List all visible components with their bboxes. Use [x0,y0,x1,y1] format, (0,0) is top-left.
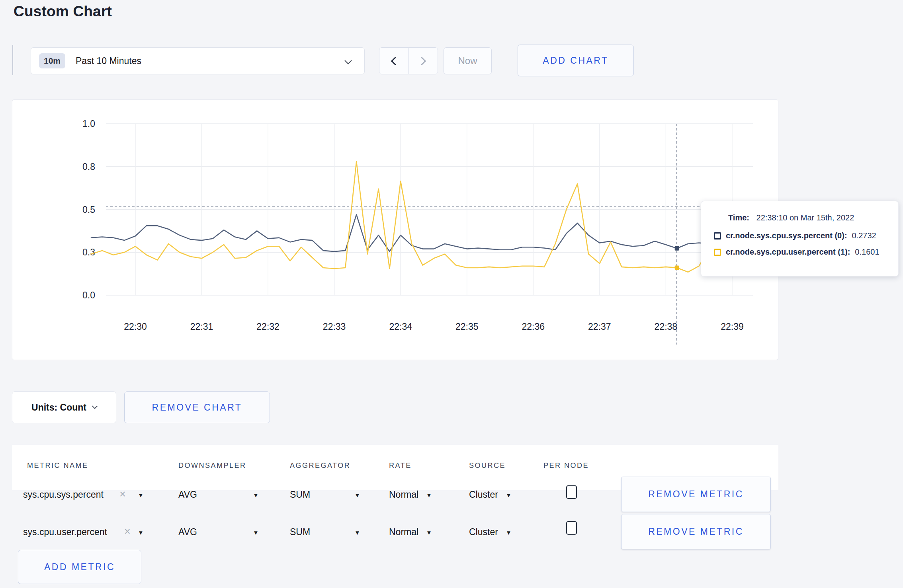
svg-text:22:32: 22:32 [256,321,280,332]
per-node-checkbox[interactable] [566,485,577,499]
svg-text:22:33: 22:33 [323,321,346,332]
next-time-button[interactable] [408,48,438,74]
downsampler-select[interactable]: AVG [178,527,197,537]
metric-row: sys.cpu.user.percent × ▼ AVG ▼ SUM ▼ Nor… [12,513,778,550]
source-caret-icon[interactable]: ▼ [506,492,512,498]
add-metric-button[interactable]: ADD METRIC [18,550,141,584]
tooltip-time-label: Time: [728,213,749,222]
source-select[interactable]: Cluster [469,527,498,537]
svg-text:22:35: 22:35 [455,321,479,332]
clear-metric-icon[interactable]: × [119,489,126,500]
tooltip-time-row: Time: 22:38:10 on Mar 15th, 2022 [728,213,898,222]
sys-series-swatch-icon [714,232,721,239]
col-header-source: SOURCE [469,461,506,470]
metric-caret-icon[interactable]: ▼ [138,492,144,498]
rate-caret-icon[interactable]: ▼ [426,492,432,498]
timeseries-chart[interactable]: 0.00.30.50.81.022:3022:3122:3222:3322:34… [12,100,779,360]
clear-metric-icon[interactable]: × [124,526,131,537]
metric-name-select[interactable]: sys.cpu.sys.percent [23,489,104,500]
svg-text:22:34: 22:34 [389,321,412,332]
rate-select[interactable]: Normal [389,489,418,500]
svg-text:0.0: 0.0 [82,290,95,300]
chart-card: 0.00.30.50.81.022:3022:3122:3222:3322:34… [12,99,778,360]
tooltip-metric-row: cr.node.sys.cpu.user.percent (1): 0.1601 [714,247,898,257]
rate-caret-icon[interactable]: ▼ [426,529,432,536]
svg-text:22:36: 22:36 [522,321,545,332]
time-nav-group [379,47,438,74]
divider [12,45,13,75]
remove-metric-button[interactable]: REMOVE METRIC [621,477,771,512]
custom-chart-page: Custom Chart 10m Past 10 Minutes Now ADD… [0,0,903,588]
user-series-swatch-icon [714,249,721,256]
svg-text:22:38: 22:38 [655,321,678,332]
metric-row: sys.cpu.sys.percent × ▼ AVG ▼ SUM ▼ Norm… [12,476,778,512]
chevron-right-icon [418,56,426,65]
source-caret-icon[interactable]: ▼ [506,529,512,536]
svg-text:0.3: 0.3 [82,247,95,257]
units-dropdown[interactable]: Units: Count [12,391,116,423]
time-range-dropdown[interactable]: 10m Past 10 Minutes [31,47,365,74]
prev-time-button[interactable] [379,48,408,74]
col-header-downsampler: DOWNSAMPLER [178,461,246,470]
remove-metric-button[interactable]: REMOVE METRIC [621,514,771,549]
chevron-left-icon [391,56,399,65]
time-range-badge: 10m [39,53,65,68]
metric-name-select[interactable]: sys.cpu.user.percent [23,527,107,537]
svg-text:22:37: 22:37 [588,321,611,332]
remove-chart-button[interactable]: REMOVE CHART [124,391,270,423]
downsampler-caret-icon[interactable]: ▼ [253,492,259,498]
svg-text:22:39: 22:39 [721,321,744,332]
chart-tooltip: Time: 22:38:10 on Mar 15th, 2022 cr.node… [701,201,899,276]
add-chart-button[interactable]: ADD CHART [518,45,634,76]
rate-select[interactable]: Normal [389,527,418,537]
downsampler-select[interactable]: AVG [178,489,197,500]
col-header-per-node: PER NODE [543,461,589,470]
aggregator-caret-icon[interactable]: ▼ [354,529,360,536]
chevron-down-icon [92,403,98,409]
svg-text:1.0: 1.0 [82,119,95,129]
aggregator-caret-icon[interactable]: ▼ [354,492,360,498]
svg-text:22:30: 22:30 [124,321,147,332]
tooltip-metric-label: cr.node.sys.cpu.sys.percent (0): [726,231,847,240]
svg-text:22:31: 22:31 [190,321,213,332]
per-node-checkbox[interactable] [566,521,577,535]
col-header-aggregator: AGGREGATOR [290,461,350,470]
metric-caret-icon[interactable]: ▼ [138,529,144,536]
chevron-down-icon [344,57,352,64]
now-button[interactable]: Now [444,47,492,74]
aggregator-select[interactable]: SUM [290,489,310,500]
tooltip-time-value: 22:38:10 on Mar 15th, 2022 [756,213,854,222]
col-header-rate: RATE [389,461,412,470]
units-label: Units: Count [31,402,86,413]
source-select[interactable]: Cluster [469,489,498,500]
page-title: Custom Chart [14,3,112,20]
svg-text:0.8: 0.8 [82,162,95,172]
downsampler-caret-icon[interactable]: ▼ [253,529,259,536]
tooltip-metric-value: 0.2732 [852,231,876,240]
aggregator-select[interactable]: SUM [290,527,310,537]
time-range-label: Past 10 Minutes [76,56,141,66]
tooltip-metric-row: cr.node.sys.cpu.sys.percent (0): 0.2732 [714,231,898,240]
svg-text:0.5: 0.5 [82,204,95,215]
tooltip-metric-label: cr.node.sys.cpu.user.percent (1): [726,247,850,257]
tooltip-metric-value: 0.1601 [855,247,879,257]
col-header-metric-name: METRIC NAME [27,461,88,470]
